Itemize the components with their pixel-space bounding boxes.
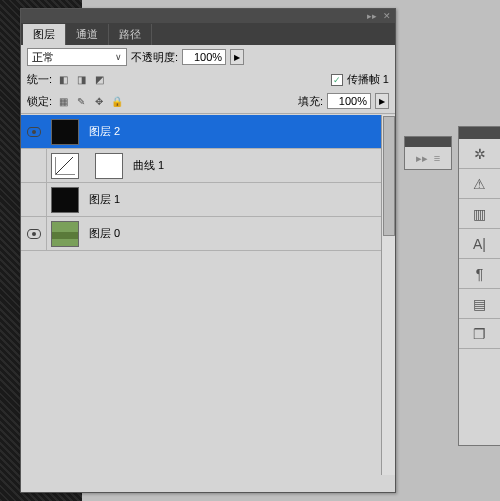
blend-mode-select[interactable]: 正常 ∨ [27, 48, 127, 66]
collapse-icon[interactable]: ▸▸ [416, 152, 428, 165]
unify-visibility-icon[interactable]: ◨ [74, 73, 88, 87]
layers-list: 图层 2 曲线 1 图层 1 图层 0 [21, 115, 395, 475]
unify-row: 统一: ◧ ◨ ◩ ✓ 传播帧 1 [21, 69, 395, 90]
layer-row[interactable]: 曲线 1 [21, 149, 395, 183]
tab-channels[interactable]: 通道 [66, 24, 109, 45]
panel-titlebar[interactable]: ▸▸ ✕ [21, 9, 395, 23]
lock-transparent-icon[interactable]: ▦ [56, 94, 70, 108]
layer-thumbnail[interactable] [51, 119, 79, 145]
collapse-icon[interactable]: ▸▸ [367, 11, 377, 21]
mask-thumbnail[interactable] [95, 153, 123, 179]
fill-label: 填充: [298, 94, 323, 109]
close-icon[interactable]: ✕ [383, 11, 391, 21]
layer-row[interactable]: 图层 2 [21, 115, 395, 149]
dock-titlebar[interactable] [459, 127, 500, 139]
layer-row[interactable]: 图层 1 [21, 183, 395, 217]
lock-label: 锁定: [27, 94, 52, 109]
tab-paths[interactable]: 路径 [109, 24, 152, 45]
layer-name[interactable]: 图层 1 [83, 192, 120, 207]
separator [21, 113, 395, 114]
visibility-toggle[interactable] [21, 115, 47, 148]
mini-panel[interactable]: ▸▸ ≡ [404, 136, 452, 170]
unify-position-icon[interactable]: ◧ [56, 73, 70, 87]
histogram-icon[interactable]: ▥ [471, 205, 489, 223]
gear-icon[interactable]: ✲ [471, 145, 489, 163]
chevron-down-icon: ∨ [115, 52, 122, 62]
fill-flyout-icon[interactable]: ▶ [375, 93, 389, 109]
blend-opacity-row: 正常 ∨ 不透明度: 100% ▶ [21, 45, 395, 69]
unify-label: 统一: [27, 72, 52, 87]
visibility-toggle[interactable] [21, 183, 47, 216]
right-dock: ✲ ⚠ ▥ A| ¶ ▤ ❐ [458, 126, 500, 446]
tab-layers[interactable]: 图层 [23, 24, 66, 45]
blend-mode-value: 正常 [32, 50, 54, 65]
opacity-input[interactable]: 100% [182, 49, 226, 65]
opacity-flyout-icon[interactable]: ▶ [230, 49, 244, 65]
layers-icon[interactable]: ❐ [471, 325, 489, 343]
propagate-label: 传播帧 1 [347, 72, 389, 87]
scrollbar-thumb[interactable] [383, 116, 395, 236]
layer-name[interactable]: 图层 2 [83, 124, 120, 139]
visibility-toggle[interactable] [21, 149, 47, 182]
scrollbar[interactable] [381, 115, 395, 475]
lock-all-icon[interactable]: 🔒 [110, 94, 124, 108]
mini-panel-titlebar[interactable] [405, 137, 451, 147]
swatches-icon[interactable]: ▤ [471, 295, 489, 313]
layer-thumbnail[interactable] [51, 221, 79, 247]
layer-name[interactable]: 图层 0 [83, 226, 120, 241]
lock-image-icon[interactable]: ✎ [74, 94, 88, 108]
warning-icon[interactable]: ⚠ [471, 175, 489, 193]
paragraph-icon[interactable]: ¶ [471, 265, 489, 283]
eye-icon [27, 229, 41, 239]
layer-row[interactable]: 图层 0 [21, 217, 395, 251]
layer-thumbnail[interactable] [51, 153, 79, 179]
propagate-checkbox[interactable]: ✓ [331, 74, 343, 86]
eye-icon [27, 127, 41, 137]
lock-fill-row: 锁定: ▦ ✎ ✥ 🔒 填充: 100% ▶ [21, 90, 395, 112]
opacity-label: 不透明度: [131, 50, 178, 65]
layer-thumbnail[interactable] [51, 187, 79, 213]
layers-panel: ▸▸ ✕ 图层 通道 路径 正常 ∨ 不透明度: 100% ▶ 统一: ◧ ◨ … [20, 8, 396, 493]
visibility-toggle[interactable] [21, 217, 47, 250]
unify-style-icon[interactable]: ◩ [92, 73, 106, 87]
layer-name[interactable]: 曲线 1 [127, 158, 164, 173]
menu-icon[interactable]: ≡ [434, 152, 440, 164]
type-icon[interactable]: A| [471, 235, 489, 253]
panel-tabs: 图层 通道 路径 [21, 23, 395, 45]
lock-position-icon[interactable]: ✥ [92, 94, 106, 108]
fill-input[interactable]: 100% [327, 93, 371, 109]
